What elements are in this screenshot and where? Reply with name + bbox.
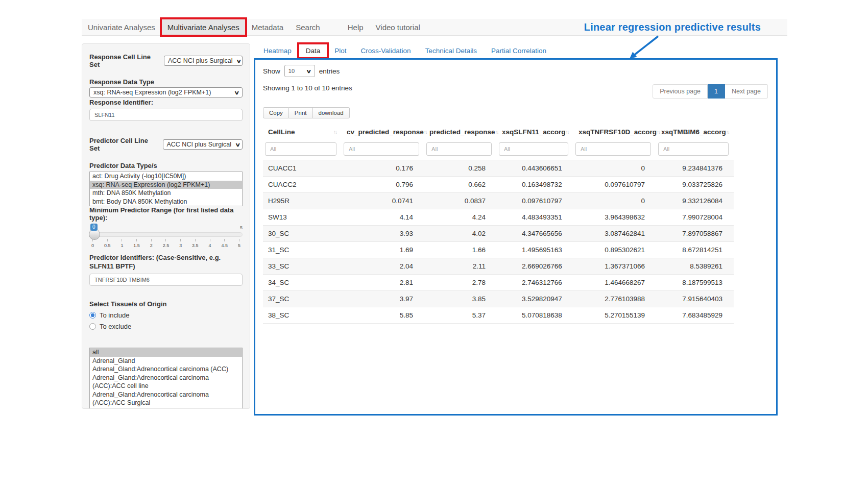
cell-value: 8.5389261 [656, 258, 734, 275]
cell-value: 3.93 [342, 226, 424, 242]
table-row: CUACC20.7960.6620.1634987320.0976107979.… [263, 177, 734, 193]
listbox-option[interactable]: Adrenal_Gland [90, 357, 242, 365]
listbox-option[interactable]: all [90, 348, 242, 357]
min-predictor-range-label: Minimum Predictor Range (for first liste… [89, 206, 243, 222]
cell-value: 5.37 [424, 307, 497, 324]
show-entries-select[interactable]: 10 ∨ [284, 65, 315, 77]
listbox-option[interactable]: Adrenal_Gland:Adrenocortical carcinoma (… [90, 391, 242, 407]
cell-value: 0.662 [424, 177, 497, 193]
column-header-label: cv_predicted_response [347, 128, 424, 136]
predictor-data-types-label: Predictor Data Type/s [89, 162, 243, 169]
cell-line-name: 34_SC [263, 275, 342, 291]
column-header-predicted-response[interactable]: predicted_response↑↓ [424, 124, 497, 140]
table-row: 30_SC3.934.024.3476656563.0874628417.897… [263, 226, 734, 242]
response-data-type-label: Response Data Type [89, 78, 243, 86]
copy-button[interactable]: Copy [263, 107, 289, 118]
sort-icon: ↑↓ [726, 129, 729, 135]
cell-value: 4.24 [424, 209, 497, 226]
table-row: 37_SC3.973.853.5298209472.7761039887.915… [263, 291, 734, 307]
response-identifier-input[interactable] [89, 109, 243, 121]
cell-value: 5.270155139 [573, 307, 656, 324]
column-header-label: xsqTNFRSF10D_accorg [578, 128, 657, 136]
tab-cross-validation[interactable]: Cross-Validation [354, 44, 418, 58]
listbox-option[interactable]: xsq: RNA-seq Expression (log2 FPKM+1) [90, 181, 242, 189]
radio-to-include[interactable]: To include [89, 311, 243, 319]
table-filter-row [263, 140, 734, 160]
column-header-cv-predicted-response[interactable]: cv_predicted_response↑↓ [342, 124, 424, 140]
cell-line-name: 33_SC [263, 258, 342, 275]
response-cell-line-set-select[interactable]: ACC NCI plus Surgical ∨ [164, 56, 243, 66]
nav-item-search[interactable]: Search [290, 19, 326, 35]
slider-tick: 2.5 [163, 239, 170, 248]
export-buttons: CopyPrintdownload [263, 107, 768, 118]
column-filter-input-xsqslfn11-accorg[interactable] [499, 142, 568, 156]
tab-data[interactable]: Data [299, 44, 328, 58]
listbox-option[interactable]: Adrenal_Gland:Adrenocortical carcinoma (… [90, 365, 242, 374]
predictor-cell-line-set-select[interactable]: ACC NCI plus Surgical ∨ [163, 139, 243, 150]
listbox-option[interactable]: bmt: Body DNA 850K Methylation [90, 198, 242, 206]
column-header-xsqtmbim6-accorg[interactable]: xsqTMBIM6_accorg↑↓ [656, 124, 734, 140]
nav-item-metadata[interactable]: Metadata [246, 19, 290, 35]
page-1-button[interactable]: 1 [708, 84, 725, 99]
sort-icon: ↑↓ [333, 129, 336, 135]
chevron-down-icon: ∨ [235, 142, 240, 148]
nav-item-univariate-analyses[interactable]: Univariate Analyses [82, 19, 161, 35]
previous-page-button[interactable]: Previous page [653, 84, 708, 99]
results-table-body: CUACC10.1760.2580.44360665109.234841376C… [263, 160, 734, 324]
cell-value: 3.529820947 [497, 291, 573, 307]
column-header-xsqslfn11-accorg[interactable]: xsqSLFN11_accorg↑↓ [497, 124, 573, 140]
radio-icon [89, 312, 96, 319]
slider-tick: 1.5 [133, 239, 140, 248]
slider-value-badge: 0 [90, 224, 98, 231]
next-page-button[interactable]: Next page [725, 84, 768, 99]
nav-item-help[interactable]: Help [342, 19, 370, 35]
predictor-data-types-listbox[interactable]: act: Drug Activity (-log10[IC50M])xsq: R… [89, 172, 243, 206]
cell-line-name: SW13 [263, 209, 342, 226]
nav-item-video-tutorial[interactable]: Video tutorial [370, 19, 426, 35]
predictor-identifiers-input[interactable] [89, 274, 243, 286]
cell-value: 3.087462841 [573, 226, 656, 242]
nav-item-multivariate-analyses[interactable]: Multivariate Analyses [161, 19, 246, 35]
cell-value: 3.97 [342, 291, 424, 307]
results-table: CellLine↑↓cv_predicted_response↑↓predict… [263, 124, 734, 324]
table-header-row: CellLine↑↓cv_predicted_response↑↓predict… [263, 124, 734, 140]
tick-mark [151, 239, 152, 241]
column-header-label: xsqSLFN11_accorg [502, 128, 566, 136]
listbox-option[interactable]: act: Drug Activity (-log10[IC50M]) [90, 172, 242, 181]
slider-tick: 4.5 [221, 239, 228, 248]
slider-track[interactable] [89, 232, 243, 237]
column-filter-input-xsqtmbim6-accorg[interactable] [658, 142, 729, 156]
table-row: H295R0.07410.08370.09761079709.332126084 [263, 193, 734, 209]
tick-label: 0 [91, 243, 94, 248]
listbox-option[interactable]: Adrenal_Gland:Adrenocortical carcinoma (… [90, 374, 242, 391]
pagination: Previous page 1 Next page [653, 84, 768, 99]
cell-value: 2.78 [424, 275, 497, 291]
column-header-xsqtnfrsf10d-accorg[interactable]: xsqTNFRSF10D_accorg↑↓ [573, 124, 656, 140]
cell-value: 9.332126084 [656, 193, 734, 209]
print-button[interactable]: Print [289, 107, 313, 118]
column-filter-input-cv-predicted-response[interactable] [344, 142, 419, 156]
column-filter-input-cellline[interactable] [265, 142, 336, 156]
radio-to-exclude[interactable]: To exclude [89, 323, 243, 330]
cell-value: 4.483493351 [497, 209, 573, 226]
cell-value: 7.897058867 [656, 226, 734, 242]
column-filter-input-predicted-response[interactable] [426, 142, 492, 156]
slider-tick: 0.5 [104, 239, 111, 248]
column-header-cellline[interactable]: CellLine↑↓ [263, 124, 342, 140]
tissue-origin-listbox[interactable]: allAdrenal_GlandAdrenal_Gland:Adrenocort… [89, 348, 243, 409]
table-row: SW134.144.244.4834933513.9643986327.9907… [263, 209, 734, 226]
tab-partial-correlation[interactable]: Partial Correlation [484, 44, 553, 58]
tick-mark [107, 239, 108, 241]
result-tabs: HeatmapDataPlotCross-ValidationTechnical… [256, 44, 553, 58]
cell-value: 1.69 [342, 242, 424, 258]
column-filter-input-xsqtnfrsf10d-accorg[interactable] [575, 142, 651, 156]
listbox-option[interactable]: mth: DNA 850K Methylation [90, 189, 242, 198]
cell-value: 2.11 [424, 258, 497, 275]
tick-mark [165, 239, 166, 241]
response-data-type-select[interactable]: xsq: RNA-seq Expression (log2 FPKM+1) ∨ [89, 87, 243, 97]
tab-heatmap[interactable]: Heatmap [256, 44, 299, 58]
download-button[interactable]: download [313, 107, 350, 118]
tab-plot[interactable]: Plot [327, 44, 353, 58]
tab-technical-details[interactable]: Technical Details [418, 44, 484, 58]
cell-value: 2.04 [342, 258, 424, 275]
